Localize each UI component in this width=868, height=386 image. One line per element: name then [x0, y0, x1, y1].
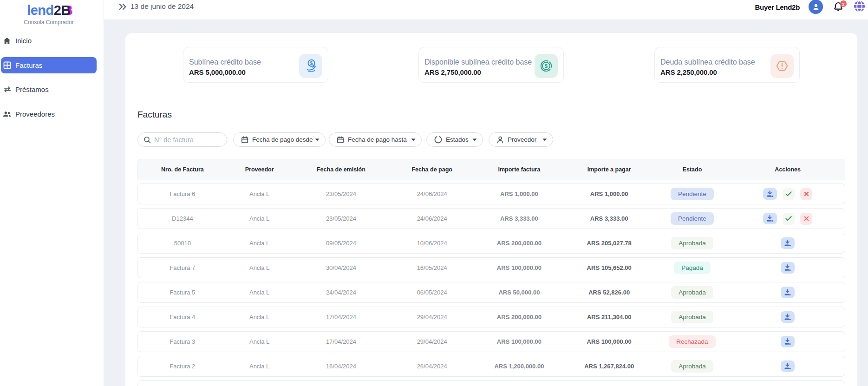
svg-text:$: $ [310, 60, 313, 65]
svg-text:$: $ [545, 63, 548, 69]
